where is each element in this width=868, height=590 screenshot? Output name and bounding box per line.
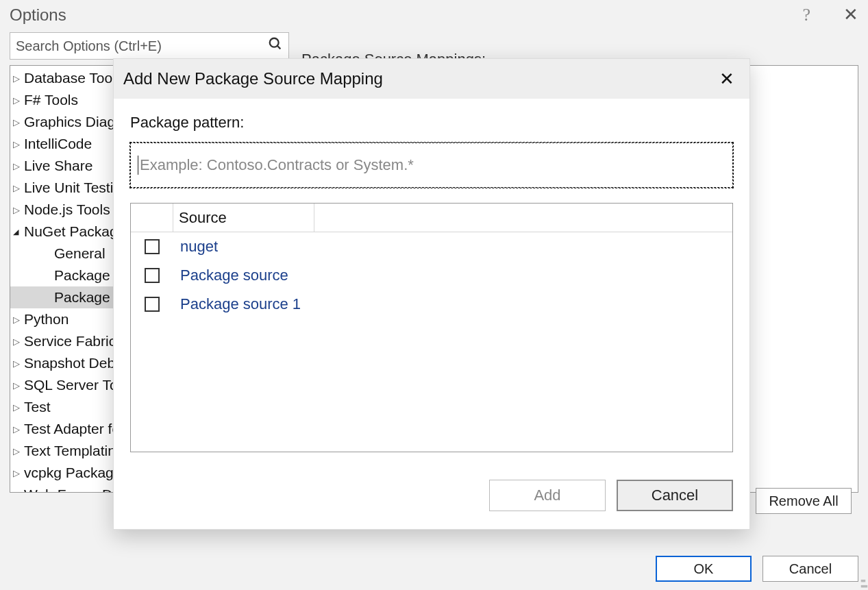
checkbox[interactable] <box>145 268 160 283</box>
add-mapping-dialog: Add New Package Source Mapping ✕ Package… <box>113 58 750 530</box>
chevron-right-icon[interactable] <box>13 92 24 108</box>
chevron-right-icon[interactable] <box>13 487 24 493</box>
spacer-column <box>314 204 732 232</box>
search-placeholder: Search Options (Ctrl+E) <box>16 38 268 54</box>
source-name: Package source <box>173 267 288 284</box>
checkbox[interactable] <box>145 297 160 312</box>
search-input[interactable]: Search Options (Ctrl+E) <box>10 32 289 60</box>
modal-cancel-button[interactable]: Cancel <box>617 480 733 511</box>
tree-item-label: General <box>54 245 106 262</box>
tree-item-label: Test <box>24 399 51 415</box>
source-rows: nugetPackage sourcePackage source 1 <box>131 232 732 319</box>
chevron-right-icon[interactable] <box>13 201 24 218</box>
source-row[interactable]: Package source <box>131 261 732 290</box>
chevron-right-icon[interactable] <box>13 443 24 459</box>
chevron-right-icon[interactable] <box>13 70 24 86</box>
source-checkbox-cell <box>131 239 173 254</box>
chevron-right-icon[interactable] <box>13 355 24 371</box>
svg-point-0 <box>270 38 279 47</box>
cancel-button[interactable]: Cancel <box>762 556 858 582</box>
tree-item-label: IntelliCode <box>24 136 92 152</box>
text-cursor <box>138 156 138 175</box>
tree-item-label: Database Tools <box>24 70 123 86</box>
add-button[interactable]: Add <box>489 480 606 511</box>
chevron-right-icon[interactable] <box>13 421 24 437</box>
chevron-right-icon[interactable] <box>13 311 24 328</box>
tree-item-label: Node.js Tools <box>24 201 110 218</box>
chevron-right-icon[interactable] <box>13 465 24 481</box>
source-name: nuget <box>173 238 218 256</box>
dialog-buttons: OK Cancel <box>656 556 858 582</box>
search-icon <box>268 36 283 56</box>
source-name: Package source 1 <box>173 295 301 313</box>
chevron-down-icon[interactable] <box>13 223 24 240</box>
resize-grip[interactable]: ▪▪▪▪▪ <box>860 578 867 589</box>
chevron-right-icon[interactable] <box>13 136 24 152</box>
pattern-label: Package pattern: <box>130 114 733 132</box>
source-column-header[interactable]: Source <box>173 204 314 232</box>
modal-body: Package pattern: Example: Contoso.Contra… <box>114 99 749 466</box>
chevron-right-icon[interactable] <box>13 180 24 196</box>
source-row[interactable]: nuget <box>131 232 732 261</box>
tree-item-label: F# Tools <box>24 92 78 108</box>
chevron-right-icon[interactable] <box>13 333 24 349</box>
remove-all-button[interactable]: Remove All <box>756 488 852 514</box>
titlebar: Options ? ✕ <box>0 0 868 32</box>
ok-button[interactable]: OK <box>656 556 752 582</box>
tree-item-label: Python <box>24 311 69 328</box>
chevron-right-icon[interactable] <box>13 377 24 393</box>
tree-item-label: Live Share <box>24 158 92 174</box>
source-list: Source nugetPackage sourcePackage source… <box>130 203 733 452</box>
tree-item-label: Text Templating <box>24 443 124 459</box>
close-icon[interactable]: ✕ <box>843 4 858 25</box>
window-controls: ? ✕ <box>802 4 858 25</box>
pattern-input[interactable]: Example: Contoso.Contracts or System.* <box>130 143 733 188</box>
svg-line-1 <box>277 46 281 49</box>
chevron-right-icon[interactable] <box>13 399 24 415</box>
checkbox-column <box>131 204 173 232</box>
modal-title: Add New Package Source Mapping <box>123 69 383 88</box>
help-icon[interactable]: ? <box>802 5 810 25</box>
chevron-right-icon[interactable] <box>13 114 24 130</box>
source-row[interactable]: Package source 1 <box>131 290 732 319</box>
modal-footer: Add Cancel <box>114 466 749 529</box>
modal-header: Add New Package Source Mapping ✕ <box>114 59 749 99</box>
source-checkbox-cell <box>131 297 173 312</box>
window-title: Options <box>10 5 66 25</box>
checkbox[interactable] <box>145 239 160 254</box>
source-checkbox-cell <box>131 268 173 283</box>
modal-close-icon[interactable]: ✕ <box>719 69 734 90</box>
chevron-right-icon[interactable] <box>13 158 24 174</box>
pattern-placeholder: Example: Contoso.Contracts or System.* <box>140 156 414 174</box>
source-list-header: Source <box>131 204 732 232</box>
